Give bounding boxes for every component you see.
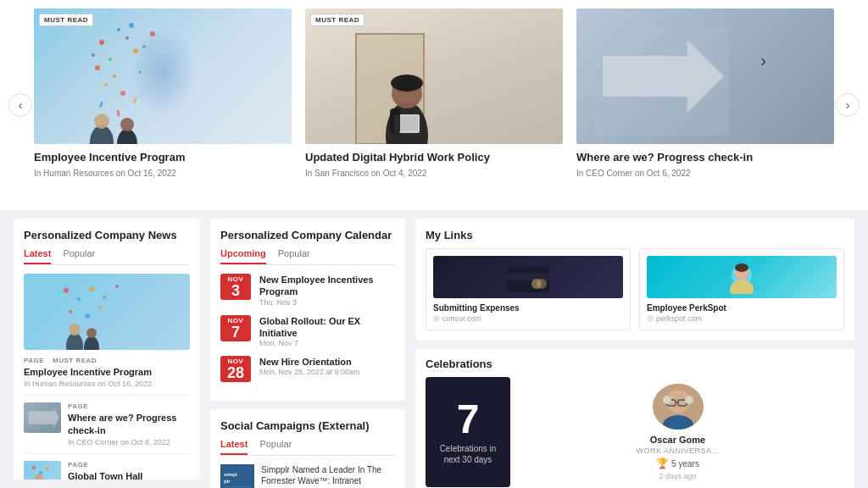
- svg-point-18: [94, 114, 109, 129]
- celebrations-count-label: Celebrations in next 30 days: [434, 443, 502, 465]
- celebrations-count-box: 7 Celebrations in next 30 days: [426, 377, 510, 487]
- news-item-0-content: PAGE Where are we? Progress check-in In …: [68, 402, 190, 446]
- news-featured-badges: PAGE MUST READ: [24, 357, 190, 364]
- calendar-title: Personalized Company Calendar: [220, 229, 395, 241]
- hero-card-1-meta: In Human Resources on Oct 16, 2022: [34, 169, 292, 178]
- news-tab-bar: Latest Popular: [24, 248, 190, 265]
- social-tab-latest[interactable]: Latest: [220, 439, 248, 455]
- cal-date-1: NOV 7: [220, 315, 251, 341]
- cal-day-1: 7: [220, 324, 251, 340]
- svg-point-0: [99, 40, 104, 45]
- calendar-tab-popular[interactable]: Popular: [278, 248, 310, 264]
- svg-point-63: [735, 263, 748, 272]
- news-item-1-title: Global Town Hall: [68, 470, 176, 480]
- svg-point-3: [108, 58, 112, 61]
- celebrations-title: Celebrations: [426, 358, 844, 370]
- cal-event-1-content: Global Rollout: Our EX Initiative Mon, N…: [259, 315, 395, 348]
- svg-point-13: [150, 31, 155, 36]
- news-page-badge: PAGE: [24, 357, 44, 364]
- hero-carousel: ‹ MUST READ: [0, 0, 868, 210]
- bottom-section: Personalized Company News Latest Popular: [0, 210, 868, 488]
- svg-point-38: [85, 313, 90, 319]
- social-post-text: Simpplr Named a Leader In The Forrester …: [261, 464, 395, 488]
- person-time: 2 days ago: [659, 472, 696, 480]
- svg-point-48: [46, 467, 49, 470]
- svg-point-46: [32, 466, 36, 469]
- news-featured-meta: In Human Resources on Oct 16, 2022: [24, 380, 190, 388]
- calendar-tab-upcoming[interactable]: Upcoming: [220, 248, 266, 264]
- carousel-prev-button[interactable]: ‹: [8, 93, 32, 117]
- link-dot-0: [433, 315, 440, 322]
- cal-date-2: NOV 28: [220, 356, 251, 382]
- hero-card-2-meta: In San Francisco on Oct 4, 2022: [305, 169, 563, 178]
- social-section: Social Campaigns (External) Latest Popul…: [210, 409, 405, 488]
- cal-event-2-date: Mon, Nov 28, 2022 at 9:00am: [259, 368, 360, 376]
- news-tab-popular[interactable]: Popular: [63, 248, 95, 264]
- news-must-read-badge: MUST READ: [53, 357, 97, 364]
- svg-point-10: [120, 91, 125, 96]
- social-title: Social Campaigns (External): [220, 419, 395, 432]
- link-img-svg-0: [503, 260, 554, 294]
- svg-point-34: [89, 286, 94, 291]
- svg-point-39: [98, 306, 102, 309]
- svg-point-5: [95, 65, 100, 70]
- trophy-icon: 🏆: [656, 458, 669, 469]
- right-panel: My Links Submit: [415, 219, 854, 480]
- svg-point-20: [120, 118, 134, 131]
- svg-point-36: [115, 285, 119, 288]
- person-name: Oscar Gome: [650, 435, 705, 445]
- celebrations-count: 7: [457, 399, 480, 440]
- news-item-0-meta: In CEO Corner on Oct 8, 2022: [68, 438, 190, 446]
- news-featured-image: [24, 274, 190, 350]
- news-item-0[interactable]: PAGE Where are we? Progress check-in In …: [24, 395, 190, 446]
- social-thumb-svg: simpl plr SIMPPLR: [220, 464, 254, 488]
- person-svg-2: [305, 8, 563, 144]
- link-dot-1: [647, 315, 654, 322]
- social-post-content: Simpplr Named a Leader In The Forrester …: [261, 464, 395, 488]
- svg-point-12: [92, 53, 95, 57]
- news-featured-item[interactable]: PAGE MUST READ Employee Incentive Progra…: [24, 357, 190, 388]
- avatar-svg: [653, 384, 704, 430]
- link-card-0[interactable]: Submitting Expenses concur.com: [426, 248, 631, 330]
- cal-event-0[interactable]: NOV 3 New Employee Incentives Program Th…: [220, 274, 395, 307]
- social-tab-popular[interactable]: Popular: [259, 439, 292, 455]
- cal-event-2[interactable]: NOV 28 New Hire Orientation Mon, Nov 28,…: [220, 356, 395, 382]
- hero-card-1[interactable]: MUST READ: [34, 8, 292, 202]
- svg-text:plr: plr: [224, 479, 231, 484]
- cal-event-2-content: New Hire Orientation Mon, Nov 28, 2022 a…: [259, 356, 360, 376]
- news-thumb-svg-1: [24, 461, 61, 480]
- link-img-1: [647, 256, 837, 298]
- cal-event-0-content: New Employee Incentives Program Thu, Nov…: [259, 274, 395, 307]
- social-post-0[interactable]: simpl plr SIMPPLR Simpplr Named a Leader…: [220, 464, 395, 488]
- hero-card-2[interactable]: MUST READ: [305, 8, 563, 202]
- my-links-section: My Links Submit: [415, 219, 854, 341]
- cal-date-0: NOV 3: [220, 274, 251, 300]
- celebrations-body: 7 Celebrations in next 30 days: [426, 377, 844, 487]
- svg-rect-16: [133, 97, 137, 103]
- svg-point-4: [125, 36, 129, 40]
- svg-rect-14: [99, 102, 103, 108]
- carousel-next-button[interactable]: ›: [836, 93, 860, 117]
- calendar-tab-bar: Upcoming Popular: [220, 248, 395, 265]
- person-anniversary-label: WORK ANNIVERSA...: [636, 446, 719, 455]
- svg-point-1: [117, 28, 120, 31]
- must-read-badge-1: MUST READ: [39, 14, 93, 26]
- news-item-1[interactable]: PAGE Global Town Hall In All Employees o…: [24, 453, 190, 480]
- person-years-text: 5 years: [671, 459, 699, 469]
- link-img-svg-1: [716, 260, 767, 294]
- news-tab-latest[interactable]: Latest: [24, 248, 51, 264]
- svg-rect-28: [390, 108, 400, 134]
- hero-card-3-title: Where are we? Progress check-in: [576, 151, 834, 165]
- calendar-section: Personalized Company Calendar Upcoming P…: [210, 219, 405, 401]
- svg-point-6: [142, 45, 146, 48]
- hero-card-3[interactable]: Where are we? Progress check-in In CEO C…: [576, 8, 834, 202]
- cal-event-1[interactable]: NOV 7 Global Rollout: Our EX Initiative …: [220, 315, 395, 348]
- person-years: 🏆 5 years: [656, 458, 699, 469]
- celebrations-person[interactable]: Oscar Gome WORK ANNIVERSA... 🏆 5 years 2…: [510, 377, 844, 487]
- link-card-1[interactable]: Employee PerkSpot perkspot.com: [639, 248, 844, 330]
- svg-point-35: [103, 296, 106, 299]
- news-item-1-content: PAGE Global Town Hall In All Employees o…: [68, 461, 176, 480]
- links-grid: Submitting Expenses concur.com: [426, 248, 844, 330]
- svg-marker-44: [28, 407, 59, 429]
- cal-event-0-date: Thu, Nov 3: [259, 298, 395, 307]
